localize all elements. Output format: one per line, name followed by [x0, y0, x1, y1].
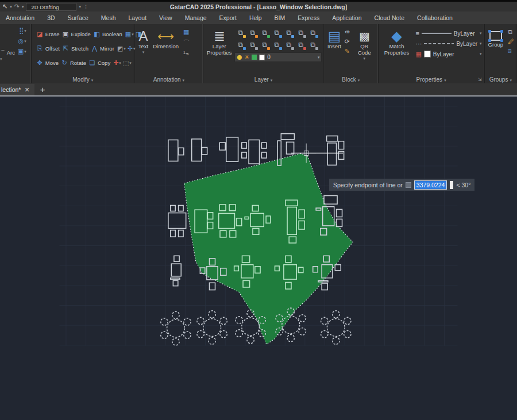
modify-extra-tool-button[interactable]: ▦▾	[125, 30, 134, 38]
group-button[interactable]: Group	[488, 27, 503, 55]
quick-access-toolbar: ↖ ▾ ↷ ▾ 2D Drafting ▾ ⋮	[0, 3, 88, 11]
properties-dialog-launcher-icon[interactable]: ⇲	[478, 77, 482, 82]
group-tool-0-icon[interactable]: ⧉	[508, 28, 514, 36]
group-tool-2-icon[interactable]: ⧈	[508, 47, 514, 55]
text-button[interactable]: A Text ▾	[138, 27, 148, 57]
copy-button[interactable]: ❏Copy	[87, 59, 111, 67]
annotation-tool-2-icon[interactable]: ¹⌁	[183, 50, 190, 57]
linetype-icon: ⋯	[415, 40, 422, 48]
layer-tool-2-button[interactable]: ⧉	[258, 27, 271, 39]
dynamic-input-tooltip: Specify endpoint of line or 3379.0224 < …	[329, 179, 474, 191]
rectangle-tool-button[interactable]: ▣▾	[18, 48, 26, 55]
ribbon-tab-view[interactable]: View	[153, 13, 178, 23]
workspace-selector[interactable]: 2D Drafting	[26, 3, 76, 11]
layer-unlock-icon	[252, 55, 257, 60]
ribbon-tab-application[interactable]: Application	[326, 13, 367, 23]
properties-panel-label[interactable]: Properties▾	[379, 76, 484, 83]
options-grid-icon[interactable]	[406, 182, 411, 188]
rotate-button[interactable]: ↻Rotate	[60, 59, 87, 67]
offset-button[interactable]: ⎘Offset	[35, 44, 61, 53]
explode-button[interactable]: ▣Explode	[61, 30, 92, 38]
layer-tool-8-button[interactable]: ⧉	[246, 39, 258, 51]
erase-icon: ◪	[36, 30, 44, 38]
insert-block-button[interactable]: ▤ Insert	[327, 27, 341, 61]
layer-panel-label[interactable]: Layer▾	[203, 76, 323, 83]
annotation-tool-1-icon[interactable]: ⌒	[183, 38, 190, 47]
annotation-panel-label[interactable]: Annotation▾	[135, 76, 203, 83]
new-tab-button[interactable]: +	[34, 84, 51, 95]
ribbon-tab-annotation[interactable]: Annotation	[0, 13, 40, 23]
block-tool-2-icon[interactable]: ✎	[345, 48, 350, 55]
group-tool-1-icon[interactable]: 🖉	[508, 38, 514, 45]
layer-tool-12-button[interactable]: ⧉	[295, 39, 307, 51]
ribbon-tab-bim[interactable]: BIM	[269, 13, 291, 23]
current-color-swatch	[424, 51, 431, 57]
ribbon-panel-properties: ◆ Match Properties ≡ ByLayer▾⋯ ByLayer▾▦…	[379, 24, 485, 83]
distance-input[interactable]: 3379.0224	[414, 180, 447, 190]
move-button[interactable]: ✥Move	[35, 59, 60, 67]
ribbon-tab-help[interactable]: Help	[244, 13, 268, 23]
close-tab-icon[interactable]: ✕	[24, 86, 29, 94]
block-tool-0-icon[interactable]: ⇹	[345, 28, 350, 36]
groups-panel-label[interactable]: Groups▾	[485, 76, 516, 83]
layer-tool-10-button[interactable]: ⧉	[271, 39, 283, 51]
layer-tool-6-button[interactable]: ⧉	[307, 27, 319, 39]
layer-tool-11-button[interactable]: ⧉	[283, 39, 295, 51]
chevron-down-icon[interactable]: ▾	[10, 5, 12, 9]
ribbon-tab-cloud-note[interactable]: Cloud Note	[369, 13, 411, 23]
block-tool-1-icon[interactable]: ⟳	[345, 38, 350, 45]
erase-button[interactable]: ◪Erase	[35, 30, 61, 38]
boolean-button[interactable]: ◧Boolean	[92, 30, 124, 38]
layer-tool-3-button[interactable]: ⧉	[271, 27, 283, 39]
layer-tool-9-button[interactable]: ⧉	[258, 39, 271, 51]
layer-tool-0-button[interactable]: ⧉	[234, 27, 246, 39]
ribbon-tab-collaboration[interactable]: Collaboration	[411, 13, 458, 23]
ribbon-tab-export[interactable]: Export	[214, 13, 242, 23]
arc-tool-button[interactable]: ⌒ Arc ▾	[0, 49, 15, 61]
match-properties-button[interactable]: ◆ Match Properties	[382, 27, 412, 59]
chevron-down-icon[interactable]: ▾	[22, 5, 24, 9]
lineweight-dropdown[interactable]: ≡ ByLayer▾	[415, 28, 481, 38]
drawing-canvas[interactable]	[0, 97, 517, 420]
more-options-icon[interactable]: ⋮	[83, 4, 88, 10]
modify-extra-tool-button[interactable]: ⬚▾	[123, 59, 132, 67]
layer-tool-1-button[interactable]: ⧉	[246, 27, 258, 39]
layer-tool-4-button[interactable]: ⧉	[283, 27, 295, 39]
layer-dropdown[interactable]: ⬤ ☀ 0 ▾	[234, 52, 322, 62]
modify-extra-tool-button[interactable]: ✢▾	[128, 45, 136, 52]
chevron-down-icon[interactable]: ▾	[79, 5, 81, 9]
block-panel-label[interactable]: Block▾	[324, 76, 378, 83]
document-tab-bar: lection* ✕ +	[0, 83, 517, 95]
ribbon-tab-express[interactable]: Express	[292, 13, 325, 23]
insert-block-icon: ▤	[328, 29, 341, 44]
layer-tool-7-button[interactable]: ⧉	[234, 39, 246, 51]
layer-properties-button[interactable]: ≣ Layer Properties	[207, 27, 232, 62]
color-dropdown[interactable]: ▦ ByLayer▾	[415, 49, 481, 59]
circle-tool-button[interactable]: ◎▾	[18, 37, 26, 45]
ribbon-panel-modify: ◪Erase▣Explode◧Boolean▦▾◨▾⎘Offset⇱Stretc…	[32, 24, 135, 83]
document-tab[interactable]: lection* ✕	[0, 84, 34, 95]
dimension-button[interactable]: ⟷ Dimension	[153, 27, 179, 57]
qr-code-icon: ▩	[359, 29, 370, 44]
qr-code-button[interactable]: ▩ QR Code ▾	[353, 27, 376, 61]
ribbon-tab-3d[interactable]: 3D	[41, 13, 60, 23]
ribbon-tab-layout[interactable]: Layout	[123, 13, 153, 23]
layer-tool-5-button[interactable]: ⧉	[295, 27, 307, 39]
redo-arrow-icon[interactable]: ↷	[14, 3, 20, 10]
array-tool-button[interactable]: ⣿▾	[19, 27, 26, 34]
select-cursor-icon[interactable]: ↖	[2, 3, 7, 10]
text-caret	[450, 181, 453, 189]
annotation-tool-0-icon[interactable]: ▦	[183, 28, 190, 36]
modify-panel-label[interactable]: Modify▾	[32, 76, 134, 83]
ribbon-tab-manage[interactable]: Manage	[179, 13, 213, 23]
layer-tool-13-button[interactable]: ⧉	[307, 39, 319, 51]
modify-extra-tool-button[interactable]: ◩▾	[117, 45, 126, 52]
stretch-button[interactable]: ⇱Stretch	[61, 44, 90, 53]
mirror-icon: ⋀	[91, 45, 98, 52]
ribbon-panel-layer: ≣ Layer Properties ⧉⧉⧉⧉⧉⧉⧉⧉⧉⧉⧉⧉⧉⧉ ⬤ ☀ 0 …	[203, 24, 324, 83]
modify-extra-tool-button[interactable]: ✚▾	[113, 59, 121, 67]
linetype-dropdown[interactable]: ⋯ ByLayer▾	[415, 38, 481, 49]
mirror-button[interactable]: ⋀Mirror	[90, 44, 115, 53]
ribbon-tab-surface[interactable]: Surface	[62, 13, 94, 23]
ribbon-tab-mesh[interactable]: Mesh	[95, 13, 122, 23]
